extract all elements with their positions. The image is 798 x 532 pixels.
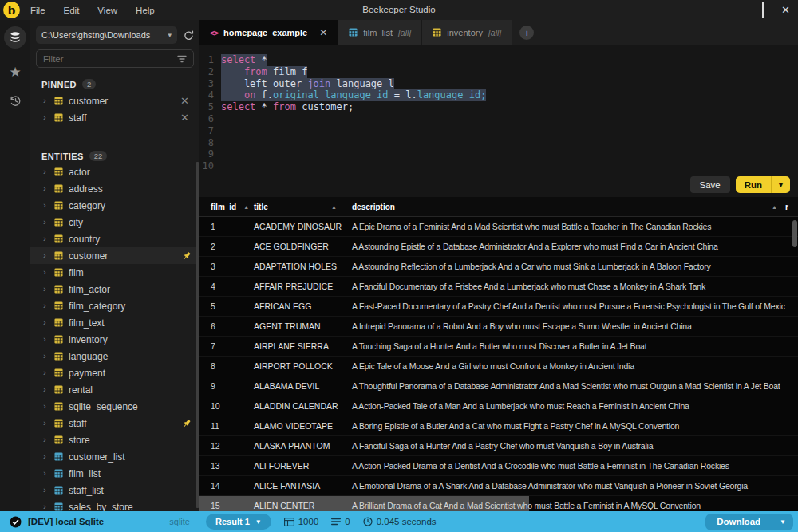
menu-view[interactable]: View bbox=[97, 6, 117, 15]
table-row[interactable]: 10ALADDIN CALENDARA Action-Packed Tale o… bbox=[200, 396, 798, 416]
entity-item-staff_list[interactable]: ›staff_list bbox=[30, 482, 200, 499]
entity-item-inventory[interactable]: ›inventory bbox=[30, 331, 200, 348]
entity-item-store[interactable]: ›store bbox=[30, 432, 200, 448]
code-line[interactable]: 9 bbox=[200, 148, 798, 160]
sort-arrow-icon[interactable]: ▲ bbox=[331, 204, 337, 210]
chevron-right-icon[interactable]: › bbox=[43, 448, 49, 465]
entity-item-customer_list[interactable]: ›customer_list bbox=[30, 448, 200, 465]
sort-arrow-icon[interactable]: ▲ bbox=[772, 204, 777, 210]
table-row[interactable]: 3ADAPTATION HOLESA Astounding Reflection… bbox=[200, 257, 798, 277]
chevron-right-icon[interactable]: › bbox=[43, 109, 49, 126]
chevron-right-icon[interactable]: › bbox=[43, 432, 49, 448]
code-line[interactable]: 5select * from customer; bbox=[200, 101, 798, 113]
chevron-right-icon[interactable]: › bbox=[43, 415, 49, 432]
tab-film_list[interactable]: film_list[all] bbox=[338, 20, 422, 45]
entity-item-payment[interactable]: ›payment bbox=[30, 365, 200, 381]
column-header-description[interactable]: description▲ bbox=[350, 203, 785, 211]
code-area[interactable]: 1select *2 from film f3 left outer join … bbox=[200, 45, 798, 172]
code-line[interactable]: 3 left outer join language l bbox=[200, 78, 798, 90]
table-row[interactable]: 4AFFAIR PREJUDICEA Fanciful Documentary … bbox=[200, 277, 798, 297]
table-row[interactable]: 6AGENT TRUMANA Intrepid Panorama of a Ro… bbox=[200, 317, 798, 337]
table-row[interactable]: 11ALAMO VIDEOTAPEA Boring Epistle of a B… bbox=[200, 416, 798, 436]
entity-item-film_text[interactable]: ›film_text bbox=[30, 314, 200, 331]
column-header-partial[interactable]: r bbox=[785, 203, 798, 211]
entity-item-city[interactable]: ›city bbox=[30, 214, 200, 231]
code-line[interactable]: 2 from film f bbox=[200, 66, 798, 78]
entity-item-actor[interactable]: ›actor bbox=[30, 164, 200, 180]
run-options-caret[interactable]: ▼ bbox=[771, 176, 790, 193]
entity-item-film[interactable]: ›film bbox=[30, 264, 200, 281]
table-row[interactable]: 13ALI FOREVERA Action-Packed Drama of a … bbox=[200, 456, 798, 476]
chevron-right-icon[interactable]: › bbox=[43, 465, 49, 482]
entity-item-language[interactable]: ›language bbox=[30, 348, 200, 365]
pinned-item-customer[interactable]: ›customer✕ bbox=[30, 93, 200, 109]
table-row[interactable]: 1ACADEMY DINOSAURA Epic Drama of a Femin… bbox=[200, 217, 798, 237]
chevron-right-icon[interactable]: › bbox=[43, 482, 49, 499]
entity-item-film_list[interactable]: ›film_list bbox=[30, 465, 200, 482]
close-button[interactable]: ✕ bbox=[781, 5, 790, 15]
pinned-section-header[interactable]: PINNED 2 bbox=[30, 78, 200, 90]
results-scrollbar[interactable] bbox=[792, 220, 797, 247]
chevron-right-icon[interactable]: › bbox=[43, 381, 49, 398]
chevron-right-icon[interactable]: › bbox=[43, 499, 49, 511]
pinned-item-staff[interactable]: ›staff✕ bbox=[30, 109, 200, 126]
entity-item-staff[interactable]: ›staff bbox=[30, 415, 200, 432]
filter-input[interactable] bbox=[43, 54, 177, 64]
table-row[interactable]: 12ALASKA PHANTOMA Fanciful Saga of a Hun… bbox=[200, 436, 798, 456]
code-line[interactable]: 4 on f.original_language_id = l.language… bbox=[200, 89, 798, 101]
chevron-right-icon[interactable]: › bbox=[43, 247, 49, 264]
code-line[interactable]: 6 bbox=[200, 113, 798, 125]
entity-item-address[interactable]: ›address bbox=[30, 180, 200, 197]
entity-item-sqlite_sequence[interactable]: ›sqlite_sequence bbox=[30, 398, 200, 415]
close-tab-icon[interactable]: ✕ bbox=[319, 27, 327, 38]
code-line[interactable]: 10 bbox=[200, 160, 798, 172]
new-tab-button[interactable]: + bbox=[519, 26, 534, 40]
connection-status[interactable]: [DEV] local Sqlite sqlite bbox=[0, 516, 200, 528]
unpin-icon[interactable]: ✕ bbox=[178, 95, 192, 107]
result-selector[interactable]: Result 1 ▼ bbox=[206, 514, 271, 530]
chevron-right-icon[interactable]: › bbox=[43, 214, 49, 231]
chevron-right-icon[interactable]: › bbox=[43, 180, 49, 197]
code-line[interactable]: 1select * bbox=[200, 54, 798, 66]
sql-editor[interactable]: 1select *2 from film f3 left outer join … bbox=[200, 45, 798, 197]
run-button[interactable]: Run ▼ bbox=[736, 176, 790, 193]
menu-help[interactable]: Help bbox=[136, 6, 155, 15]
menu-file[interactable]: File bbox=[30, 6, 45, 15]
chevron-right-icon[interactable]: › bbox=[43, 365, 49, 381]
table-row[interactable]: 2ACE GOLDFINGERA Astounding Epistle of a… bbox=[200, 237, 798, 257]
table-row[interactable]: 14ALICE FANTASIAA Emotional Drama of a A… bbox=[200, 476, 798, 496]
chevron-right-icon[interactable]: › bbox=[43, 331, 49, 348]
connection-select[interactable]: C:\Users\ghstng\Downloads ▾ bbox=[36, 26, 177, 44]
download-button[interactable]: Download ▼ bbox=[705, 514, 793, 530]
chevron-right-icon[interactable]: › bbox=[43, 298, 49, 314]
column-header-title[interactable]: title▲ bbox=[251, 203, 350, 211]
chevron-right-icon[interactable]: › bbox=[43, 398, 49, 415]
entity-item-sales_by_store[interactable]: ›sales_by_store bbox=[30, 499, 200, 511]
entity-item-film_actor[interactable]: ›film_actor bbox=[30, 281, 200, 298]
run-label[interactable]: Run bbox=[736, 180, 771, 190]
tab-homepage_example[interactable]: <>homepage_example✕ bbox=[200, 20, 338, 45]
chevron-right-icon[interactable]: › bbox=[43, 348, 49, 365]
chevron-right-icon[interactable]: › bbox=[43, 264, 49, 281]
chevron-right-icon[interactable]: › bbox=[43, 197, 49, 214]
entities-section-header[interactable]: ENTITIES 22 bbox=[30, 150, 200, 162]
table-row[interactable]: 8AIRPORT POLLOCKA Epic Tale of a Moose A… bbox=[200, 357, 798, 376]
entity-item-country[interactable]: ›country bbox=[30, 231, 200, 247]
chevron-right-icon[interactable]: › bbox=[43, 231, 49, 247]
chevron-right-icon[interactable]: › bbox=[43, 164, 49, 180]
download-options-caret[interactable]: ▼ bbox=[772, 514, 793, 530]
code-line[interactable]: 7 bbox=[200, 125, 798, 137]
entity-item-rental[interactable]: ›rental bbox=[30, 381, 200, 398]
table-row[interactable]: 5AFRICAN EGGA Fast-Paced Documentary of … bbox=[200, 297, 798, 317]
maximize-button[interactable] bbox=[762, 3, 764, 18]
favorites-button[interactable]: ★ bbox=[0, 64, 30, 81]
menu-edit[interactable]: Edit bbox=[64, 6, 80, 15]
history-button[interactable] bbox=[0, 94, 30, 108]
sort-arrow-icon[interactable]: ▲ bbox=[243, 204, 249, 210]
unpin-icon[interactable]: ✕ bbox=[178, 112, 192, 124]
entity-item-film_category[interactable]: ›film_category bbox=[30, 298, 200, 314]
refresh-button[interactable] bbox=[184, 30, 194, 41]
table-row[interactable]: 15ALIEN CENTERA Brilliant Drama of a Cat… bbox=[200, 496, 798, 511]
entity-item-category[interactable]: ›category bbox=[30, 197, 200, 214]
chevron-right-icon[interactable]: › bbox=[43, 314, 49, 331]
